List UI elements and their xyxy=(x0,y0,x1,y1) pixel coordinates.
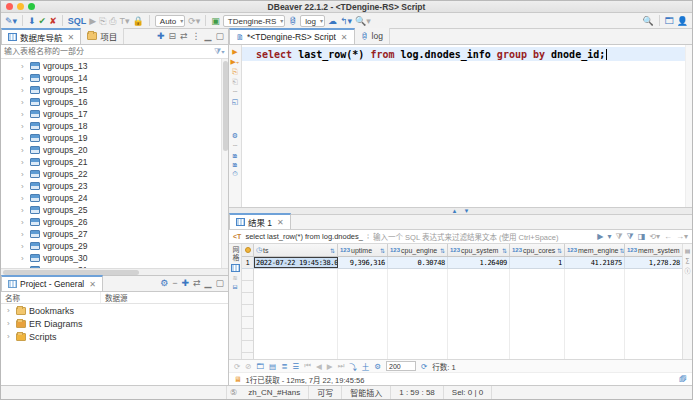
last-row-icon[interactable]: ⏭ xyxy=(338,361,345,371)
chevron-right-icon[interactable]: › xyxy=(21,122,27,131)
tree-item-vgroup[interactable]: ›vgroups_17 xyxy=(1,108,228,120)
col-header-cpu-system[interactable]: 123cpu_system⇅ xyxy=(448,244,510,256)
output-panel-button[interactable]: 🗈 xyxy=(232,152,239,159)
rows-icon[interactable]: ≣ xyxy=(281,362,287,371)
chevron-right-icon[interactable]: › xyxy=(7,319,13,328)
next-row-icon[interactable]: ▶ xyxy=(327,362,333,371)
chevron-right-icon[interactable]: › xyxy=(21,266,27,269)
cell-cpu-cores[interactable]: 1 xyxy=(510,257,565,268)
lock-icon[interactable]: 🔒 xyxy=(133,16,144,26)
chevron-right-icon[interactable]: › xyxy=(21,110,27,119)
tree-item-vgroup[interactable]: ›vgroups_16 xyxy=(1,96,228,108)
record-view-icon[interactable]: ⊟ xyxy=(232,283,237,290)
search-dropdown-icon[interactable]: 🔍▾ xyxy=(355,16,371,26)
navigator-scrollbar[interactable] xyxy=(221,59,228,268)
insert-mode-status[interactable]: 智能插入 xyxy=(342,386,391,399)
new-connection-icon[interactable]: ✚ xyxy=(157,31,165,41)
fetch-settings-icon[interactable]: ⚙ xyxy=(374,362,381,371)
tree-item-vgroup[interactable]: ›vgroups_25 xyxy=(1,204,228,216)
col-header-mem-system[interactable]: 123mem_system xyxy=(625,244,682,256)
user-icon[interactable]: 👤 xyxy=(677,16,688,26)
add-icon[interactable]: ✚ xyxy=(181,278,189,288)
maximize-panel-icon[interactable]: ▢ xyxy=(215,31,224,41)
log-panel-button[interactable]: 🗈 xyxy=(232,161,239,168)
value-panel-icon[interactable]: ▤ xyxy=(685,247,691,254)
minimize-panel-icon[interactable]: ▁ xyxy=(205,278,212,288)
tab-database-navigator[interactable]: 数据库导航 ✕ xyxy=(1,28,81,44)
collapse-all-icon[interactable]: ⊟ xyxy=(168,31,176,41)
writable-status[interactable]: 可写 xyxy=(309,386,342,399)
close-icon[interactable]: ✕ xyxy=(68,33,75,42)
close-icon[interactable]: ✕ xyxy=(89,280,96,289)
chevron-right-icon[interactable]: › xyxy=(21,86,27,95)
cell-mem-system[interactable]: 1,278.28 xyxy=(625,257,682,268)
chevron-right-icon[interactable]: › xyxy=(21,170,27,179)
execute-statement-button[interactable]: ▶ xyxy=(232,48,237,56)
refetch-icon[interactable]: ⟳ xyxy=(421,362,427,371)
minimize-panel-icon[interactable]: ▁ xyxy=(205,31,212,41)
tree-item-vgroup[interactable]: ›vgroups_15 xyxy=(1,84,228,96)
sash-up-icon[interactable]: ▲ xyxy=(452,208,458,214)
filter-funnel-icon[interactable]: ⧩▾ xyxy=(214,47,225,57)
grid-corner-cell[interactable] xyxy=(242,244,254,256)
tab-project-general[interactable]: Project - General ✕ xyxy=(1,275,103,291)
results-filter-bar[interactable]: <T select last_row(*) from log.dnodes_ ⁞… xyxy=(229,230,692,244)
sash-down-icon[interactable]: ▼ xyxy=(464,208,470,214)
cancel-icon[interactable]: ⊘ xyxy=(245,362,251,371)
editor-scrollbar[interactable] xyxy=(685,45,692,207)
filter-history-icon[interactable]: <T xyxy=(233,233,241,240)
chevron-right-icon[interactable]: › xyxy=(21,182,27,191)
navigate-back-icon[interactable]: ↰▾ xyxy=(340,16,352,26)
save-filter-icon[interactable]: ⧩ xyxy=(615,232,622,242)
execute-script-button[interactable]: ⎘ xyxy=(232,68,238,76)
cell-cpu-engine[interactable]: 0.30748 xyxy=(388,257,448,268)
text-view-icon[interactable]: ≋ xyxy=(232,274,237,281)
project-item-bookmarks[interactable]: › Bookmarks xyxy=(1,304,228,317)
nav-forward-icon[interactable]: →▾ xyxy=(676,232,688,241)
chevron-right-icon[interactable]: › xyxy=(7,306,13,315)
filter-dropdown-icon[interactable]: ▾ xyxy=(607,232,611,241)
filter-placeholder-text[interactable]: 输入一个 SQL 表达式来过滤结果文本 (使用 Ctrl+Space) xyxy=(373,231,593,242)
fetch-size-input[interactable]: 200 xyxy=(386,361,416,371)
caret-position-status[interactable]: 1 : 59 : 58 xyxy=(391,386,444,399)
nav-back-icon[interactable]: ← xyxy=(664,232,672,241)
remove-icon[interactable]: − xyxy=(172,278,177,288)
server-output-icon[interactable]: 🗊 xyxy=(679,375,687,384)
custom-filter-icon[interactable]: ⧩ xyxy=(627,232,634,242)
sort-filter-icon[interactable]: ⇅ xyxy=(380,247,385,254)
project-item-er-diagrams[interactable]: › ER Diagrams xyxy=(1,317,228,330)
cell-cpu-system[interactable]: 1.26409 xyxy=(448,257,510,268)
view-menu-icon[interactable]: ⋮ xyxy=(192,31,201,41)
cell-mem-engine[interactable]: 41.21875 xyxy=(565,257,625,268)
grid-data-row[interactable]: 1 2022-07-22 19:45:38.000 9,396,316 0.30… xyxy=(242,257,682,269)
execute-statement-icon[interactable]: ▶ xyxy=(89,16,96,26)
tree-item-vgroup[interactable]: ›vgroups_26 xyxy=(1,216,228,228)
sort-filter-icon[interactable]: ⇅ xyxy=(440,247,445,254)
chevron-right-icon[interactable]: › xyxy=(21,194,27,203)
tree-item-vgroup[interactable]: ›vgroups_19 xyxy=(1,132,228,144)
refresh-results-icon[interactable]: ⟲▾ xyxy=(649,232,660,241)
add-row-icon[interactable]: ⤵ xyxy=(349,361,357,372)
cell-ts[interactable]: 2022-07-22 19:45:38.000 xyxy=(254,257,338,268)
refresh-icon[interactable]: ⟳ xyxy=(234,362,240,371)
row-number-cell[interactable]: 1 xyxy=(242,257,254,268)
apply-filter-icon[interactable]: ▶ xyxy=(597,232,603,241)
sql-current-line[interactable]: select last_row(*) from log.dnodes_info … xyxy=(242,47,692,61)
project-col-name[interactable]: 名称 xyxy=(1,292,101,303)
tree-item-vgroup[interactable]: ›vgroups_14 xyxy=(1,72,228,84)
col-header-cpu-engine[interactable]: 123cpu_engine⇅ xyxy=(388,244,448,256)
close-icon[interactable]: ✕ xyxy=(277,218,284,227)
export-icon[interactable]: 🗔 xyxy=(257,362,265,371)
chevron-right-icon[interactable]: › xyxy=(21,146,27,155)
tab-sql-script[interactable]: 🗎 *<TDengine-RS> Script ✕ xyxy=(229,28,355,44)
col-header-cpu-cores[interactable]: 123cpu_cores⇅ xyxy=(510,244,565,256)
chevron-right-icon[interactable]: › xyxy=(21,242,27,251)
export-data-icon[interactable]: 土 xyxy=(362,361,370,372)
chevron-right-icon[interactable]: › xyxy=(21,218,27,227)
transaction-mode-icon[interactable]: ✎▾ xyxy=(5,16,17,26)
chevron-right-icon[interactable]: › xyxy=(21,206,27,215)
commit-icon[interactable]: ⬇ xyxy=(28,16,36,26)
tree-item-vgroup[interactable]: ›vgroups_23 xyxy=(1,180,228,192)
variables-panel-button[interactable]: ⏱ xyxy=(232,170,237,178)
link-editor-icon[interactable]: ⇄ xyxy=(180,31,188,41)
